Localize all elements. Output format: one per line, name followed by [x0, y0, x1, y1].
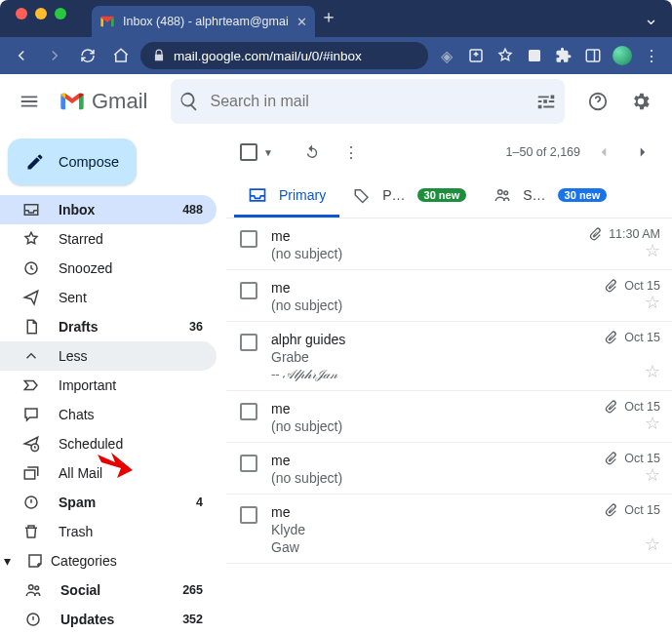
- window-close-icon[interactable]: [16, 8, 27, 20]
- lock-icon: [152, 49, 166, 62]
- sidebar-item-inbox[interactable]: Inbox488: [0, 195, 217, 224]
- eye-icon[interactable]: ◈: [436, 45, 457, 66]
- star-button[interactable]: ☆: [645, 464, 660, 486]
- star-button[interactable]: ☆: [645, 361, 660, 382]
- email-row[interactable]: me(no subject)Oct 15☆: [226, 443, 672, 495]
- email-checkbox[interactable]: [240, 506, 257, 524]
- email-checkbox[interactable]: [240, 230, 257, 248]
- next-page-button[interactable]: [627, 137, 658, 168]
- email-sender: me: [271, 453, 658, 468]
- browser-tab-title: Inbox (488) - alphrteam@gmai: [123, 15, 289, 28]
- clock-icon: [21, 259, 41, 277]
- gmail-logo[interactable]: Gmail: [59, 88, 147, 115]
- prev-page-button[interactable]: [588, 137, 619, 168]
- star-button[interactable]: ☆: [645, 240, 660, 261]
- attachment-icon: [603, 330, 618, 345]
- email-checkbox[interactable]: [240, 403, 257, 420]
- email-row[interactable]: me(no subject)11:30 AM☆: [226, 218, 672, 270]
- category-tabs: PrimaryP…30 newS…30 new: [226, 176, 672, 218]
- attachment-icon: [587, 226, 603, 242]
- select-all[interactable]: ▼: [240, 143, 273, 161]
- window-menu-icon[interactable]: ⌄: [644, 8, 672, 37]
- refresh-button[interactable]: [296, 137, 328, 168]
- panel-icon[interactable]: [582, 45, 604, 66]
- search-options-icon[interactable]: [535, 91, 557, 112]
- categories-toggle[interactable]: ▾ Categories: [0, 546, 217, 575]
- sidebar-item-trash[interactable]: Trash: [0, 517, 217, 546]
- email-row[interactable]: meKlydeGawOct 15☆: [226, 495, 672, 564]
- star-button[interactable]: ☆: [645, 534, 660, 555]
- sidebar-item-drafts[interactable]: Drafts36: [0, 312, 217, 341]
- updates-icon: [23, 611, 43, 628]
- sidebar-item-chats[interactable]: Chats: [0, 400, 217, 429]
- caret-down-icon: ▾: [4, 553, 20, 569]
- sidebar-item-important[interactable]: Important: [0, 371, 217, 400]
- sidebar-item-snoozed[interactable]: Snoozed: [0, 254, 217, 283]
- sidebar-item-spam[interactable]: Spam4: [0, 488, 217, 517]
- back-button[interactable]: [8, 42, 35, 69]
- main-menu-button[interactable]: [10, 82, 49, 121]
- tab-primary[interactable]: Primary: [234, 175, 339, 218]
- window-zoom-icon[interactable]: [55, 8, 66, 20]
- sidebar-category-updates[interactable]: Updates352: [0, 605, 217, 634]
- forward-button[interactable]: [41, 42, 68, 69]
- window-minimize-icon[interactable]: [35, 8, 47, 20]
- email-signature: -- 𝒜𝓁𝓅𝒽𝓇𝒥𝒶𝓃: [271, 367, 658, 382]
- sidebar-item-starred[interactable]: Starred: [0, 224, 217, 254]
- primary-icon: [248, 185, 267, 205]
- tab-close-icon[interactable]: ✕: [296, 15, 307, 29]
- allmail-icon: [21, 464, 41, 482]
- more-button[interactable]: ⋮: [336, 137, 367, 168]
- email-date: Oct 15: [624, 400, 660, 414]
- attachment-icon: [603, 278, 618, 294]
- url-text: mail.google.com/mail/u/0/#inbox: [174, 49, 362, 63]
- download-icon[interactable]: [524, 45, 545, 66]
- email-checkbox[interactable]: [240, 455, 257, 472]
- settings-button[interactable]: [621, 82, 660, 121]
- tab-social[interactable]: S…30 new: [480, 175, 620, 218]
- sidebar: Compose Inbox488StarredSnoozedSentDrafts…: [0, 129, 226, 634]
- spam-icon: [21, 494, 41, 511]
- svg-point-11: [498, 189, 503, 194]
- sidebar-item-sent[interactable]: Sent: [0, 283, 217, 312]
- sidebar-item-all-mail[interactable]: All Mail: [0, 458, 217, 488]
- browser-menu-icon[interactable]: ⋮: [641, 45, 662, 66]
- new-tab-button[interactable]: ＋: [315, 5, 342, 32]
- categories-icon: [25, 552, 45, 570]
- attachment-icon: [603, 451, 618, 466]
- email-subject: Klyde: [271, 522, 658, 537]
- home-button[interactable]: [107, 42, 135, 69]
- share-icon[interactable]: [465, 45, 487, 66]
- search-icon: [178, 91, 200, 112]
- draft-icon: [21, 318, 41, 336]
- email-row[interactable]: me(no subject)Oct 15☆: [226, 391, 672, 443]
- address-bar[interactable]: mail.google.com/mail/u/0/#inbox: [140, 42, 428, 69]
- email-row[interactable]: me(no subject)Oct 15☆: [226, 270, 672, 322]
- caret-down-icon[interactable]: ▼: [263, 147, 273, 158]
- sidebar-item-less[interactable]: Less: [0, 341, 217, 371]
- pencil-icon: [25, 152, 45, 172]
- email-sender: me: [271, 504, 658, 520]
- reload-button[interactable]: [74, 42, 101, 69]
- email-row[interactable]: alphr guidesGrabe-- 𝒜𝓁𝓅𝒽𝓇𝒥𝒶𝓃Oct 15☆: [226, 322, 672, 391]
- sidebar-item-scheduled[interactable]: Scheduled: [0, 429, 217, 458]
- svg-point-8: [29, 585, 34, 590]
- scheduled-icon: [21, 435, 41, 453]
- star-button[interactable]: ☆: [645, 413, 660, 434]
- tab-promotions[interactable]: P…30 new: [339, 175, 480, 218]
- bookmark-star-icon[interactable]: [494, 45, 516, 66]
- email-snippet: Gaw: [271, 539, 658, 555]
- search-input[interactable]: [210, 93, 526, 110]
- checkbox-icon[interactable]: [240, 143, 257, 161]
- profile-avatar[interactable]: [612, 45, 633, 66]
- email-checkbox[interactable]: [240, 334, 257, 351]
- search-box[interactable]: [171, 79, 565, 124]
- extensions-icon[interactable]: [553, 45, 574, 66]
- star-button[interactable]: ☆: [645, 292, 660, 313]
- sidebar-category-social[interactable]: Social265: [0, 575, 217, 605]
- support-button[interactable]: [578, 82, 617, 121]
- browser-tab[interactable]: Inbox (488) - alphrteam@gmai ✕: [92, 6, 315, 37]
- email-sender: me: [271, 401, 658, 416]
- compose-button[interactable]: Compose: [8, 139, 137, 185]
- email-checkbox[interactable]: [240, 282, 257, 299]
